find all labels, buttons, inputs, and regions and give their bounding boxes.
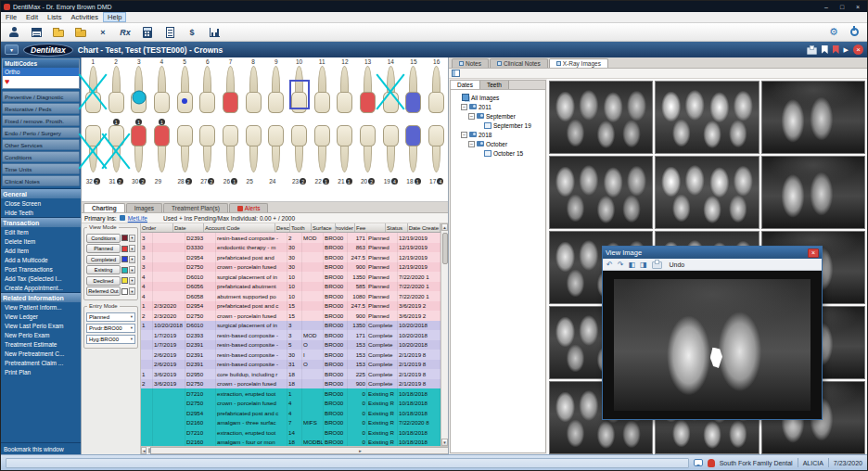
color-swatch[interactable]: [121, 288, 128, 295]
table-row[interactable]: 3 D2750 crown - porcelain fused 30 BRO00…: [141, 262, 440, 273]
column-header[interactable]: Account Code: [204, 223, 275, 232]
tooth[interactable]: 29: [150, 125, 173, 185]
color-swatch[interactable]: [121, 277, 128, 284]
bookmark-window-link[interactable]: Bookmark this window: [1, 442, 81, 454]
sidebar-link[interactable]: New Pretreatment C...: [1, 349, 81, 358]
view-mode-toggle[interactable]: Conditions: [86, 234, 121, 243]
hygienist-select[interactable]: Hyg:BRO00 ▾: [86, 335, 135, 344]
view-mode-toggle[interactable]: Referred Out: [86, 286, 121, 296]
xray-thumbnail[interactable]: [549, 81, 653, 154]
tooth[interactable]: 32 2: [82, 125, 105, 185]
print-icon[interactable]: [652, 261, 662, 269]
horizontal-scrollbar[interactable]: ◄ ►: [141, 446, 448, 454]
chevron-down-icon[interactable]: ▾: [129, 266, 135, 274]
prescription-icon[interactable]: Rx: [118, 25, 133, 39]
table-row[interactable]: 4 D6058 abutment supported po 10 BRO00 1…: [141, 291, 440, 301]
sidebar-link[interactable]: View Last Perio Exam: [1, 321, 81, 330]
close-chart-icon[interactable]: ×: [853, 45, 863, 55]
tooth[interactable]: 26 1: [219, 125, 242, 185]
tooth[interactable]: 13: [356, 58, 379, 125]
billing-icon[interactable]: $: [185, 25, 199, 39]
tooth[interactable]: 11: [311, 58, 334, 125]
category-button[interactable]: Restorative / Peds: [2, 103, 80, 114]
column-header[interactable]: Fee: [355, 223, 386, 232]
tab-xray-images[interactable]: X-Ray Images: [549, 58, 608, 68]
print-icon[interactable]: [807, 47, 817, 55]
category-button[interactable]: Other Services: [2, 139, 80, 150]
table-row[interactable]: D2750 crown - porcelain fused 4 BRO00 0 …: [141, 399, 440, 409]
calculator-icon[interactable]: [140, 25, 155, 39]
table-row[interactable]: D2160 amalgam - four or mon 18 MODBL BRO…: [141, 438, 440, 447]
scrollbar-thumb[interactable]: [442, 233, 448, 264]
sidebar-link[interactable]: Print Plan: [1, 367, 81, 376]
view-mode-toggle[interactable]: Existing: [86, 265, 121, 274]
tooth[interactable]: 4 1: [150, 58, 173, 125]
tooth[interactable]: 19 4: [379, 125, 402, 185]
menu-item[interactable]: File: [1, 12, 21, 22]
tooth[interactable]: 7: [219, 58, 242, 125]
table-row[interactable]: 1/7/2019 D2391 resin-based composite - 5…: [141, 340, 440, 350]
expander-icon[interactable]: −: [461, 104, 467, 110]
expander-icon[interactable]: −: [468, 113, 475, 120]
tab-clinical-notes[interactable]: Clinical Notes: [490, 58, 548, 68]
patients-icon[interactable]: [6, 25, 21, 39]
table-row[interactable]: 2/6/2019 D2391 resin-based composite - 3…: [141, 350, 440, 360]
tooth[interactable]: 3 1: [127, 58, 150, 125]
tooth[interactable]: 22 1: [311, 125, 334, 185]
chevron-down-icon[interactable]: ▾: [129, 245, 135, 252]
table-row[interactable]: 1 3/6/2019 D2950 core buildup, including…: [141, 369, 440, 379]
flip-vertical-icon[interactable]: ◨: [640, 261, 647, 269]
folder-icon[interactable]: [51, 25, 66, 39]
category-button[interactable]: Endo / Perio / Surgery: [2, 127, 80, 138]
tab-charting[interactable]: Charting: [83, 203, 125, 212]
view-image-titlebar[interactable]: View Image ×: [603, 247, 822, 259]
category-button[interactable]: Conditions: [2, 151, 80, 162]
bookmark-red-icon[interactable]: [833, 45, 839, 54]
sidebar-link[interactable]: View Patient Inform...: [1, 302, 81, 312]
tooth[interactable]: 24: [265, 125, 288, 185]
redo-icon[interactable]: ↷: [618, 261, 624, 269]
tooth[interactable]: 18 1: [402, 125, 426, 185]
layout-icon[interactable]: [452, 70, 460, 77]
category-button[interactable]: Time Units: [2, 163, 80, 174]
xray-thumbnail[interactable]: [549, 156, 653, 229]
table-row[interactable]: D7210 extraction, erupted toot 1 BRO00 0…: [141, 388, 440, 399]
close-icon[interactable]: ×: [808, 248, 819, 258]
xray-viewer[interactable]: [603, 271, 822, 419]
chevron-down-icon[interactable]: ▾: [5, 45, 19, 55]
tooth[interactable]: 16: [425, 58, 448, 125]
tooth[interactable]: 14: [379, 58, 402, 125]
tree-item[interactable]: All Images: [452, 93, 544, 102]
tooth[interactable]: 23 2: [287, 125, 311, 185]
sidebar-link[interactable]: Pretreatment Claim ...: [1, 358, 81, 367]
tab-teeth[interactable]: Teeth: [480, 81, 509, 89]
view-mode-toggle[interactable]: Planned: [86, 244, 121, 253]
table-row[interactable]: 1 2/3/2020 D2954 prefabricated post and …: [141, 301, 440, 312]
chevron-down-icon[interactable]: ▾: [129, 287, 135, 295]
vertical-scrollbar[interactable]: ▲ ▼: [440, 223, 448, 446]
column-header[interactable]: Tooth: [290, 223, 312, 232]
sidebar-link[interactable]: Delete Item: [1, 236, 81, 246]
table-row[interactable]: D2954 prefabricated post and c 4 BRO00 0…: [141, 408, 440, 418]
tooth[interactable]: 2 1: [105, 58, 128, 125]
extraction-tools-icon[interactable]: ×: [96, 25, 110, 39]
tooth[interactable]: 1: [82, 58, 105, 125]
table-row[interactable]: 2 3/6/2019 D2750 crown - porcelain fused…: [141, 379, 440, 389]
schedule-icon[interactable]: [29, 25, 44, 39]
entry-mode-select[interactable]: Planned ▾: [86, 312, 135, 322]
column-header[interactable]: Surface: [312, 223, 336, 232]
table-row[interactable]: 1 10/20/2018 D6010 surgical placement of…: [141, 321, 440, 331]
tooth[interactable]: 6: [196, 58, 219, 125]
column-header[interactable]: Date: [173, 223, 204, 232]
xray-thumbnail[interactable]: [655, 156, 759, 229]
tooth[interactable]: 27 2: [196, 125, 219, 185]
scroll-left-icon[interactable]: ◄: [141, 447, 147, 454]
tab-treatment-plans[interactable]: Treatment Plan(s): [163, 203, 228, 212]
table-row[interactable]: 3 D2393 resin-based composite - 2 MOD BR…: [141, 233, 440, 243]
column-header[interactable]: Status: [386, 223, 408, 232]
sidebar-link[interactable]: Add Item: [1, 246, 81, 255]
sidebar-link[interactable]: Close Screen: [1, 198, 81, 208]
sidebar-link[interactable]: Hide Teeth: [1, 208, 81, 217]
xray-thumbnail[interactable]: [761, 81, 865, 154]
tree-item[interactable]: − October: [452, 139, 544, 148]
